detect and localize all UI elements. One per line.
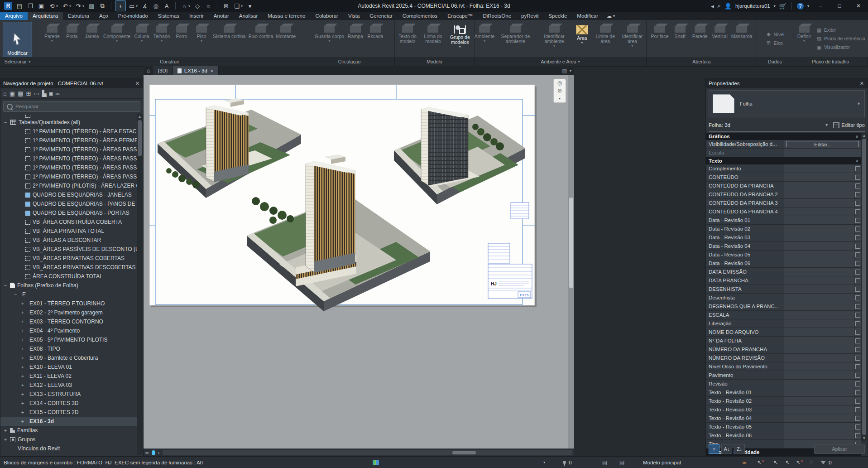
property-value[interactable] <box>784 319 854 328</box>
tree-item[interactable]: QUADRO DE ESQUADRIAS - JANELAS <box>0 190 137 199</box>
tab-pre-moldado[interactable]: Pré-moldado <box>113 12 153 20</box>
associate-parameter-button[interactable] <box>854 285 861 293</box>
property-value[interactable] <box>784 199 854 207</box>
tree-item[interactable]: + EX10 - ELEVA 01 <box>0 362 137 372</box>
tab-sistemas[interactable]: Sistemas <box>153 12 184 20</box>
instance-chevron-icon[interactable]: ▼ <box>825 123 829 127</box>
property-value[interactable] <box>784 414 854 422</box>
ribbon-button[interactable]: Telhado ▾ <box>152 21 172 43</box>
ribbon-button[interactable]: Eixo cortina <box>247 21 274 39</box>
associate-parameter-button[interactable] <box>854 182 861 190</box>
home-icon[interactable]: ⌂ <box>144 66 153 75</box>
tab-list-icon[interactable]: ▤ <box>562 68 567 74</box>
ribbon-button[interactable]: Forro <box>172 21 192 39</box>
associate-parameter-button[interactable] <box>854 294 861 302</box>
help-menu-chevron-icon[interactable]: ▾ <box>807 4 809 8</box>
minimize-button[interactable]: – <box>813 0 828 11</box>
tree-item[interactable]: VB_ÁREAS A DESCONTAR <box>0 236 137 245</box>
tree-expander[interactable]: + <box>20 346 25 352</box>
definir-button[interactable]: Definir ▾ <box>794 21 814 43</box>
visual-style-icon[interactable]: ∞ <box>145 450 149 455</box>
tab-vista[interactable]: Vista <box>343 12 364 20</box>
associate-parameter-button[interactable] <box>854 199 861 207</box>
section-button[interactable]: ◇ <box>192 1 202 11</box>
switch-windows-button[interactable]: ❏ ▾ <box>232 1 244 11</box>
ribbon-button[interactable]: Porta <box>62 21 82 39</box>
property-value[interactable] <box>784 164 854 173</box>
type-selector[interactable]: Folha ▼ <box>709 90 865 117</box>
associate-parameter-button[interactable] <box>854 233 861 241</box>
tab-speckle[interactable]: Speckle <box>543 12 572 20</box>
associate-parameter-button[interactable] <box>854 362 861 371</box>
tree-group-tabelas[interactable]: − Tabelas/Quantidades (all) <box>0 118 137 127</box>
property-value[interactable] <box>784 285 854 293</box>
tree-expander[interactable]: + <box>20 391 25 397</box>
tree-expander[interactable]: + <box>3 428 8 433</box>
type-selector-chevron-icon[interactable]: ▼ <box>857 101 861 106</box>
property-value[interactable] <box>784 311 854 319</box>
ribbon-button[interactable]: Rampa <box>345 21 365 39</box>
collapse-section-icon[interactable]: ∧ <box>855 159 858 163</box>
property-value[interactable] <box>784 431 854 439</box>
associate-parameter-button[interactable] <box>854 190 861 198</box>
ribbon-button[interactable]: Montante <box>274 21 297 39</box>
deselect-cursor-icon[interactable]: ↖✕ <box>757 459 765 466</box>
qat-button[interactable] <box>214 1 220 11</box>
associate-parameter-button[interactable] <box>854 302 861 310</box>
associate-parameter-button[interactable] <box>854 380 861 388</box>
tab-dirootsone[interactable]: DiRootsOne <box>478 12 516 20</box>
tree-item[interactable]: VB_ÁREAS PRIVATIVAS COBERTAS <box>0 254 137 263</box>
ribbon-button[interactable]: Parede ▾ <box>42 21 62 43</box>
tree-expander[interactable]: + <box>20 373 25 379</box>
help-icon[interactable]: ? <box>797 3 804 10</box>
close-button[interactable]: ✕ <box>851 0 866 11</box>
property-value[interactable] <box>784 388 854 396</box>
tree-item[interactable]: 1º PAVIMENTO (TÉRREO) - ÁREA PERMEÁVEL S… <box>0 136 137 145</box>
browser-families-icon[interactable]: ▙ <box>42 90 47 97</box>
browser-home-icon[interactable]: ⌂ <box>3 90 7 97</box>
ribbon-button[interactable]: Shaft <box>670 21 690 39</box>
revit-logo[interactable]: R <box>3 1 14 11</box>
cloud-menu-chevron-icon[interactable]: ▾ <box>613 14 615 18</box>
customize-qat-button[interactable]: ▾ <box>245 1 255 11</box>
tree-item[interactable]: − E <box>0 290 137 299</box>
ribbon-button[interactable]: Área ▾ <box>572 21 592 45</box>
view-tab-3d[interactable]: {3D} <box>153 66 173 75</box>
associate-parameter-button[interactable] <box>854 259 861 267</box>
browser-tables-icon[interactable]: ⊞ <box>26 90 31 97</box>
tree-item[interactable]: 1º PAVIMENTO (TÉRREO) - ÁREAS PASSÍVEIS … <box>0 145 137 154</box>
ribbon-button[interactable]: Sistema cortina <box>211 21 247 39</box>
steering-wheel-icon[interactable]: ◎ <box>557 80 562 86</box>
pin-cursor-icon[interactable]: ↖ <box>773 459 778 466</box>
tab-estrutura[interactable]: Estrutura <box>63 12 94 20</box>
associate-parameter-button[interactable] <box>854 319 861 328</box>
tab-gerenciar[interactable]: Gerenciar <box>364 12 398 20</box>
close-hidden-windows-button[interactable]: ⊠ <box>221 1 231 11</box>
property-value[interactable] <box>784 397 854 405</box>
eixo-button[interactable]: ⊞ Eixo <box>764 39 786 46</box>
save-button[interactable]: ▣ <box>36 1 46 11</box>
tree-expander[interactable]: + <box>20 355 25 361</box>
tree-item[interactable]: VB_ÁREAS PRIVATIVAS DESCOBERTAS <box>0 263 137 272</box>
associate-parameter-button[interactable] <box>854 311 861 319</box>
browser-sheets-icon[interactable]: ▭ <box>34 90 39 97</box>
tree-group-vinculos[interactable]: Vínculos do Revit <box>0 444 137 453</box>
ribbon-button[interactable]: Mansarda <box>730 21 754 39</box>
property-value[interactable] <box>784 242 854 250</box>
associate-parameter-button[interactable] <box>854 276 861 285</box>
property-value[interactable] <box>784 362 854 371</box>
tree-item[interactable]: QUADRO DE ESQUADRIAS - PANOS DE VIDRO <box>0 199 137 208</box>
tree-item[interactable]: QUADRO DE ESQUADRIAS - PORTAS <box>0 208 137 217</box>
associate-parameter-button[interactable] <box>854 242 861 250</box>
tree-item[interactable]: + EX15 - CORTES 2D <box>0 408 137 417</box>
associate-parameter-button[interactable] <box>854 216 861 224</box>
tree-item[interactable]: 1º PAVIMENTO (TÉRREO) - ÁREA ESTACIONAME… <box>0 127 137 136</box>
tree-item[interactable]: + EX02 - 2º Pavimento garagem <box>0 308 137 317</box>
tree-item[interactable]: 1º PAVIMENTO (TÉRREO) - ÁREAS PASSÍVEIS … <box>0 172 137 181</box>
property-value[interactable] <box>784 337 854 345</box>
modificar-button[interactable]: Modificar <box>3 22 32 59</box>
search-input[interactable]: Pesquisar <box>3 101 140 112</box>
tree-item[interactable]: + EX09 - Barrilete e Cobertura <box>0 353 137 362</box>
tree-item[interactable]: + EX01 - TÉRREO F.TOURINHO <box>0 299 137 308</box>
tree-expander[interactable]: + <box>20 310 25 315</box>
